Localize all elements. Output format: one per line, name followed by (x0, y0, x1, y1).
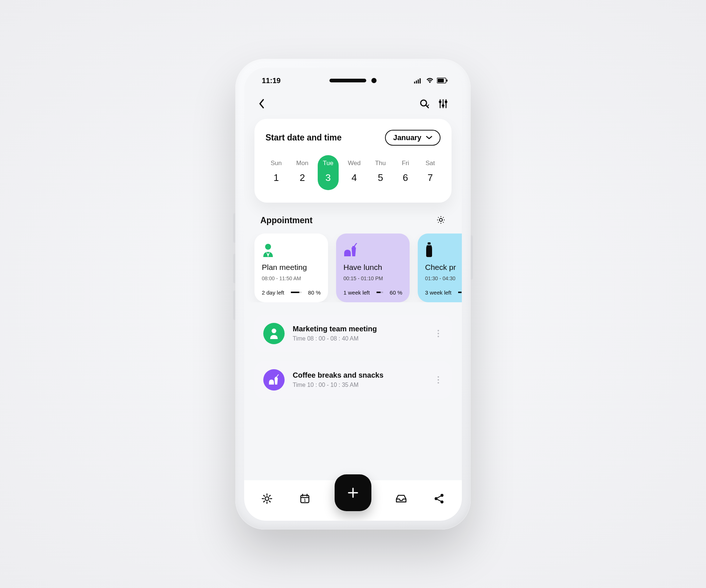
day-sat[interactable]: Sat7 (420, 155, 441, 190)
back-button[interactable] (258, 98, 265, 111)
svg-line-9 (427, 105, 429, 106)
day-label: Fri (402, 160, 409, 167)
add-button[interactable] (335, 474, 371, 511)
progress-bar (458, 292, 462, 293)
appointment-cards-row[interactable]: Plan meeting08:00 - 11:50 AM2 day left80… (244, 234, 462, 302)
progress-bar (291, 292, 302, 293)
inbox-icon (395, 494, 407, 503)
svg-rect-0 (414, 82, 415, 83)
svg-rect-1 (416, 81, 417, 83)
event-menu-button[interactable] (434, 326, 443, 341)
day-number: 6 (403, 172, 408, 183)
day-number: 7 (428, 172, 433, 183)
filter-button[interactable] (438, 99, 448, 110)
month-label: January (393, 133, 421, 142)
calendar-icon: 1 (299, 493, 310, 504)
appointment-card[interactable]: Have lunch00:15 - 01:10 PM1 week left60 … (336, 234, 410, 302)
time-left: 1 week left (343, 289, 370, 296)
nav-calendar-button[interactable]: 1 (297, 491, 313, 507)
nav-weather-button[interactable] (259, 491, 275, 507)
day-label: Thu (375, 160, 386, 167)
svg-rect-2 (418, 79, 419, 83)
svg-point-11 (439, 100, 442, 103)
back-icon (258, 98, 265, 109)
date-picker-card: Start date and time January Sun1Mon2Tue3… (254, 119, 452, 203)
notch (329, 78, 377, 83)
day-fri[interactable]: Fri6 (395, 155, 416, 190)
svg-line-29 (264, 495, 265, 496)
plus-icon (346, 485, 360, 500)
day-thu[interactable]: Thu5 (370, 155, 391, 190)
day-number: 2 (300, 172, 305, 183)
svg-line-30 (270, 501, 271, 502)
meal-icon (343, 242, 402, 257)
status-right (414, 78, 448, 83)
appointment-title: Plan meeting (262, 263, 321, 272)
svg-point-17 (265, 244, 271, 250)
week-row: Sun1Mon2Tue3Wed4Thu5Fri6Sat7 (265, 155, 441, 190)
day-number: 1 (274, 172, 279, 183)
person-icon (262, 242, 321, 257)
speaker-slot (329, 79, 366, 82)
appointment-footer: 3 week left (425, 289, 462, 296)
percent-label: 60 % (390, 289, 402, 296)
svg-point-21 (272, 328, 277, 333)
signal-icon (414, 78, 423, 83)
search-button[interactable] (419, 99, 429, 110)
day-sun[interactable]: Sun1 (265, 155, 287, 190)
nav-share-button[interactable] (431, 491, 447, 507)
sun-icon (261, 493, 272, 504)
day-label: Sun (271, 160, 282, 167)
gear-icon (436, 215, 446, 225)
date-card-title: Start date and time (265, 133, 342, 143)
appointment-settings-button[interactable] (436, 215, 446, 226)
event-list: Marketing team meetingTime 08 : 00 - 08 … (244, 302, 462, 399)
event-item[interactable]: Marketing team meetingTime 08 : 00 - 08 … (254, 315, 452, 352)
day-label: Mon (296, 160, 309, 167)
appointment-time: 08:00 - 11:50 AM (262, 275, 321, 281)
event-avatar (263, 369, 285, 391)
day-wed[interactable]: Wed4 (343, 155, 366, 190)
appointment-footer: 1 week left60 % (343, 289, 402, 296)
sliders-icon (438, 99, 448, 109)
appointment-card[interactable]: Plan meeting08:00 - 11:50 AM2 day left80… (254, 234, 328, 302)
event-item[interactable]: Coffee breaks and snacksTime 10 : 00 - 1… (254, 361, 452, 399)
nav-inbox-button[interactable] (393, 491, 409, 507)
event-menu-button[interactable] (434, 373, 443, 387)
day-number: 4 (352, 172, 357, 183)
appointment-title: Check pr (425, 263, 462, 272)
day-mon[interactable]: Mon2 (291, 155, 314, 190)
svg-rect-3 (420, 78, 421, 83)
svg-rect-5 (438, 79, 444, 82)
event-avatar (263, 323, 285, 344)
progress-bar (377, 292, 383, 293)
front-camera (371, 78, 377, 83)
svg-text:1: 1 (304, 498, 306, 502)
phone-frame: 11:19 Start date and time (235, 59, 471, 530)
svg-line-41 (437, 496, 441, 498)
svg-line-23 (277, 374, 279, 377)
svg-line-31 (264, 501, 265, 502)
time-left: 2 day left (262, 289, 284, 296)
day-tue[interactable]: Tue3 (318, 155, 339, 190)
day-number: 3 (325, 172, 331, 183)
day-label: Sat (425, 160, 435, 167)
bottle-icon (425, 242, 462, 257)
top-nav (244, 92, 462, 119)
day-label: Wed (348, 160, 361, 167)
svg-point-16 (439, 218, 442, 221)
appointment-time: 00:15 - 01:10 PM (343, 275, 402, 281)
svg-rect-20 (428, 242, 431, 245)
svg-line-42 (437, 499, 441, 501)
appointment-footer: 2 day left80 % (262, 289, 321, 296)
status-time: 11:19 (262, 76, 281, 85)
chevron-down-icon (426, 135, 432, 140)
svg-point-24 (265, 497, 269, 500)
month-selector[interactable]: January (385, 130, 441, 146)
appointment-time: 01:30 - 04:30 (425, 275, 462, 281)
appointment-card[interactable]: Check pr01:30 - 04:303 week left (418, 234, 462, 302)
event-time: Time 10 : 00 - 10 : 35 AM (293, 382, 426, 388)
appointment-section-head: Appointment (244, 203, 462, 234)
time-left: 3 week left (425, 289, 452, 296)
appointment-title: Have lunch (343, 263, 402, 272)
